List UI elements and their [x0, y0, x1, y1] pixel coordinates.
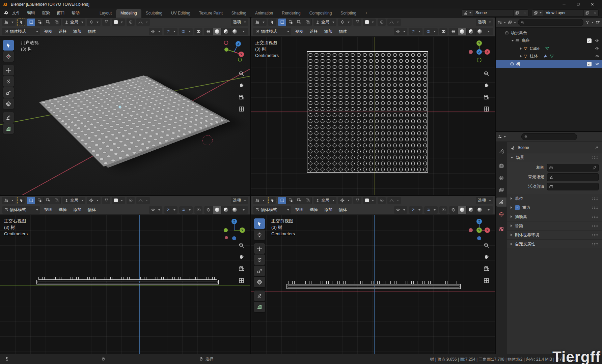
orientation-dropdown[interactable]: 全局	[313, 197, 336, 204]
hide-eye-icon[interactable]	[595, 62, 599, 66]
overlays-dropdown[interactable]	[179, 206, 193, 214]
outliner-row-collection-base[interactable]: 底座	[496, 37, 602, 44]
gizmos-dropdown[interactable]	[409, 206, 422, 214]
menu-add[interactable]: 添加	[322, 29, 335, 34]
lego-baseplate-sideview[interactable]	[286, 281, 461, 289]
active-tool-button[interactable]	[268, 19, 276, 26]
tool-cursor[interactable]	[3, 51, 14, 62]
pivot-dropdown[interactable]	[112, 197, 125, 204]
gizmos-dropdown[interactable]	[164, 206, 177, 214]
menu-view[interactable]: 视图	[42, 207, 55, 213]
snap-toggle[interactable]	[353, 197, 361, 204]
panel-keying-sets[interactable]: 插帧集	[507, 212, 602, 221]
viewport-canvas[interactable]: 正交前视图 (3) 树 Centimeters	[251, 215, 495, 354]
xray-toggle[interactable]	[439, 206, 447, 214]
outliner-search-input[interactable]	[526, 20, 581, 25]
zoom-icon[interactable]	[483, 242, 490, 248]
camera-view-icon[interactable]	[238, 94, 245, 100]
tab-add-workspace[interactable]: +	[361, 9, 372, 18]
background-scene-field[interactable]	[547, 173, 599, 181]
shading-rendered[interactable]	[475, 206, 484, 214]
tab-rendering[interactable]: Rendering	[277, 9, 305, 18]
shading-rendered[interactable]	[230, 28, 239, 35]
shading-dropdown[interactable]	[484, 28, 493, 35]
select-mode-intersect[interactable]	[52, 197, 61, 204]
tool-rotate[interactable]	[254, 254, 265, 265]
select-mode-subtract[interactable]	[295, 19, 303, 26]
tab-shading[interactable]: Shading	[227, 9, 251, 18]
drag-dots-icon[interactable]	[592, 215, 599, 218]
properties-search[interactable]	[521, 133, 577, 140]
select-mode-intersect[interactable]	[52, 19, 61, 26]
drag-dots-icon[interactable]	[592, 197, 599, 200]
panel-gravity[interactable]: 重力	[507, 203, 602, 212]
zoom-icon[interactable]	[238, 70, 245, 77]
hide-eye-icon[interactable]	[595, 38, 599, 43]
shading-rendered[interactable]	[475, 28, 484, 35]
select-mode-set[interactable]	[278, 19, 286, 26]
proportional-falloff-dropdown[interactable]	[387, 197, 401, 204]
pan-hand-icon[interactable]	[483, 82, 490, 89]
hide-eye-icon[interactable]	[595, 54, 599, 58]
tool-select-box[interactable]	[254, 218, 265, 229]
tab-scene[interactable]	[496, 198, 507, 207]
ortho-grid-icon[interactable]	[238, 277, 245, 284]
select-mode-subtract[interactable]	[295, 197, 303, 204]
proportional-falloff-dropdown[interactable]	[387, 19, 401, 26]
orientation-dropdown[interactable]: 全局	[62, 197, 85, 204]
editor-type-button[interactable]	[253, 19, 267, 26]
xray-toggle[interactable]	[194, 206, 202, 214]
scene-unlink-button[interactable]	[521, 10, 528, 16]
tool-annotate[interactable]	[3, 112, 14, 123]
navigation-gizmo[interactable]: Y Z X	[467, 39, 492, 64]
shading-solid[interactable]	[458, 28, 467, 35]
outliner-search[interactable]	[518, 19, 583, 26]
hide-eye-icon[interactable]	[595, 46, 599, 51]
eyedropper-icon[interactable]	[592, 165, 597, 170]
tab-sculpting[interactable]: Sculpting	[141, 9, 167, 18]
camera-view-icon[interactable]	[483, 266, 490, 272]
snap-dropdown[interactable]	[87, 19, 101, 26]
mode-dropdown[interactable]: 物体模式	[253, 206, 291, 214]
gravity-checkbox[interactable]	[515, 205, 520, 210]
options-dropdown[interactable]: 选项	[231, 197, 248, 204]
ortho-grid-icon[interactable]	[483, 277, 490, 284]
panel-rigid-body-world[interactable]: 刚体世界环境	[507, 230, 602, 239]
outliner-row-scene-collection[interactable]: 场景集合	[496, 29, 602, 37]
panel-audio[interactable]: 音频	[507, 221, 602, 230]
shading-wireframe[interactable]	[449, 28, 458, 35]
ortho-grid-icon[interactable]	[238, 106, 245, 112]
new-collection-button[interactable]	[596, 20, 600, 25]
shading-material[interactable]	[467, 28, 475, 35]
overlays-dropdown[interactable]	[424, 28, 438, 35]
select-mode-set[interactable]	[278, 197, 286, 204]
outliner-row-cylinder[interactable]: 柱体	[496, 52, 602, 60]
viewport-canvas[interactable]: 正交顶视图 (3) 树 Centimeters Y Z X	[251, 37, 495, 195]
visibility-dropdown[interactable]	[394, 28, 407, 35]
zoom-icon[interactable]	[238, 242, 245, 248]
panel-custom-properties[interactable]: 自定义属性	[507, 239, 602, 248]
orientation-dropdown[interactable]: 全局	[62, 19, 85, 26]
panel-scene-header[interactable]: 场景	[507, 153, 602, 162]
options-dropdown[interactable]: 选项	[231, 19, 248, 26]
shading-material[interactable]	[222, 206, 230, 214]
navigation-gizmo[interactable]: Z Y X	[467, 218, 492, 243]
editor-type-button[interactable]	[2, 19, 16, 26]
proportional-editing-toggle[interactable]	[127, 19, 135, 26]
select-mode-extend[interactable]	[35, 197, 44, 204]
blender-menu-icon[interactable]	[3, 10, 9, 16]
outliner-filter-button[interactable]	[585, 20, 594, 25]
shading-solid[interactable]	[213, 206, 222, 214]
visibility-dropdown[interactable]	[394, 206, 407, 214]
snap-dropdown[interactable]	[338, 19, 352, 26]
select-mode-extend[interactable]	[286, 19, 295, 26]
tab-texture-paint[interactable]: Texture Paint	[195, 9, 227, 18]
snap-toggle[interactable]	[102, 197, 110, 204]
tool-transform[interactable]	[254, 277, 265, 287]
proportional-editing-toggle[interactable]	[378, 19, 386, 26]
ortho-grid-icon[interactable]	[483, 106, 490, 112]
lego-baseplate-topview[interactable]	[307, 51, 428, 173]
pivot-dropdown[interactable]	[112, 19, 125, 26]
pin-icon[interactable]	[594, 146, 599, 150]
snap-toggle[interactable]	[353, 19, 361, 26]
